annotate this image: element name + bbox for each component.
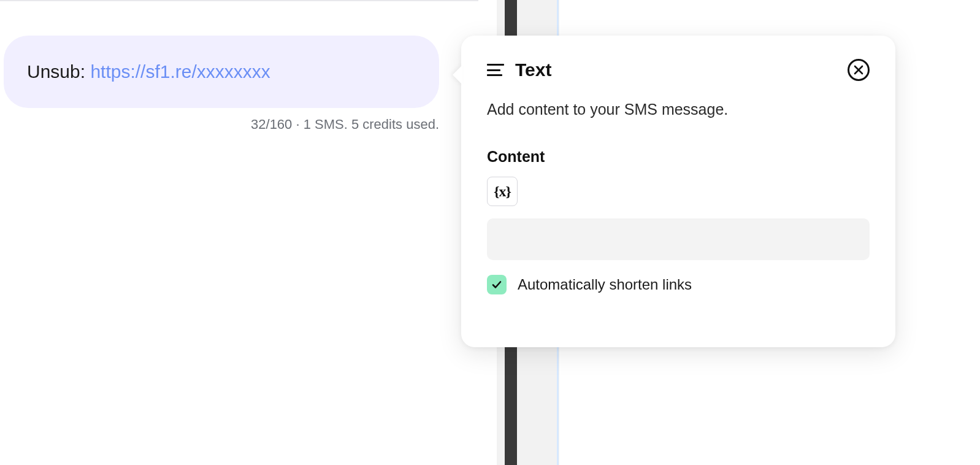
sms-counter: 32/160 · 1 SMS. 5 credits used.: [4, 117, 439, 133]
sms-preview-link: https://sf1.re/xxxxxxxx: [90, 61, 270, 82]
divider-top: [0, 0, 478, 1]
sms-preview-prefix: Unsub:: [27, 61, 90, 82]
panel-arrow: [453, 65, 462, 85]
shorten-links-label: Automatically shorten links: [518, 276, 692, 293]
shorten-links-row: Automatically shorten links: [487, 275, 870, 294]
shorten-links-checkbox[interactable]: [487, 275, 507, 294]
content-input[interactable]: [487, 218, 870, 260]
text-block-panel: Text Add content to your SMS message. Co…: [461, 36, 895, 347]
panel-title: Text: [515, 60, 551, 80]
insert-variable-button[interactable]: {x}: [487, 177, 518, 206]
drag-handle-icon[interactable]: [487, 64, 504, 76]
check-icon: [491, 279, 502, 290]
panel-title-group: Text: [487, 60, 551, 80]
sms-preview-text: Unsub: https://sf1.re/xxxxxxxx: [27, 61, 270, 82]
close-button[interactable]: [848, 59, 870, 81]
content-section-label: Content: [487, 148, 870, 166]
close-icon: [854, 65, 863, 75]
panel-header: Text: [487, 59, 870, 81]
sms-preview-bubble: Unsub: https://sf1.re/xxxxxxxx: [4, 36, 439, 108]
panel-description: Add content to your SMS message.: [487, 101, 870, 118]
